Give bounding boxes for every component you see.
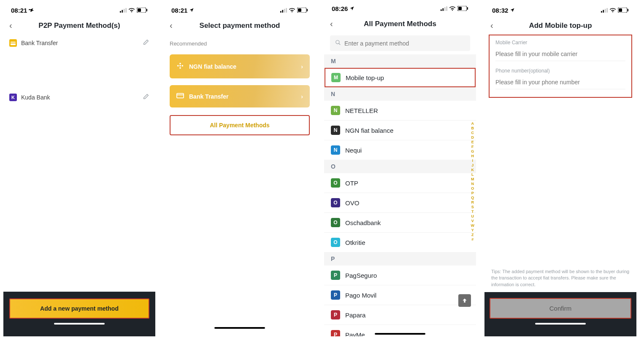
- status-time: 08:21: [11, 7, 27, 14]
- add-payment-method-button[interactable]: Add a new payment method: [9, 298, 149, 319]
- screen-select-payment: 08:21 ‹ Select payment method Recommende…: [164, 3, 316, 336]
- confirm-button[interactable]: Confirm: [490, 298, 631, 319]
- search-input[interactable]: [344, 40, 465, 47]
- svg-rect-15: [298, 8, 301, 12]
- svg-rect-33: [619, 8, 622, 12]
- index-letter[interactable]: I: [471, 158, 475, 163]
- svg-rect-6: [138, 8, 141, 12]
- payment-method-row[interactable]: K Kuda Bank: [3, 89, 155, 105]
- scroll-top-button[interactable]: [458, 294, 471, 307]
- section-header-N: N: [324, 87, 476, 101]
- index-letter[interactable]: Z: [471, 233, 475, 237]
- list-item[interactable]: MMobile top-up: [325, 68, 476, 87]
- header: ‹ Add Mobile top-up: [484, 16, 636, 35]
- field-group: Mobile Carrier: [490, 37, 631, 65]
- payment-method-icon: N: [331, 145, 340, 155]
- location-icon: [29, 7, 34, 14]
- svg-rect-24: [458, 7, 462, 10]
- section-header-O: O: [324, 160, 476, 173]
- spacer: [3, 105, 155, 292]
- index-letter[interactable]: K: [471, 168, 475, 172]
- page-title: All Payment Methods: [324, 20, 476, 28]
- section-header-M: M: [324, 54, 476, 68]
- chevron-right-icon: ›: [301, 93, 303, 100]
- svg-rect-11: [284, 9, 285, 13]
- svg-rect-14: [307, 9, 308, 11]
- svg-rect-29: [605, 9, 606, 13]
- list-item[interactable]: PPago Movil: [324, 285, 476, 305]
- list-item-label: PayMe: [345, 331, 365, 337]
- list-item-label: Oschadbank: [345, 219, 381, 226]
- list-item[interactable]: NNequi: [324, 140, 476, 160]
- index-letter[interactable]: E: [471, 140, 475, 145]
- list-item[interactable]: OOtkritie: [324, 232, 476, 252]
- page-title: P2P Payment Method(s): [3, 21, 155, 30]
- index-letter[interactable]: D: [471, 135, 475, 140]
- alphabet-index[interactable]: ABCDEFGHIJKLMNOPQRSTUVWYZ#: [471, 121, 475, 242]
- back-icon[interactable]: ‹: [490, 21, 501, 30]
- index-letter[interactable]: T: [471, 209, 475, 214]
- list-item[interactable]: PPapara: [324, 305, 476, 325]
- section-header-P: P: [324, 252, 476, 266]
- index-letter[interactable]: S: [471, 205, 475, 209]
- mobile-carrier-input[interactable]: [495, 47, 625, 61]
- index-letter[interactable]: P: [471, 191, 475, 196]
- svg-rect-1: [122, 10, 123, 13]
- index-letter[interactable]: U: [471, 214, 475, 219]
- signal-icon: [601, 7, 608, 14]
- back-icon[interactable]: ‹: [330, 19, 340, 29]
- index-letter[interactable]: C: [471, 131, 475, 135]
- index-letter[interactable]: A: [471, 121, 475, 126]
- list-item[interactable]: OOVO: [324, 193, 476, 212]
- index-letter[interactable]: L: [471, 172, 475, 177]
- status-time: 08:21: [171, 7, 187, 14]
- status-bar: 08:21: [164, 3, 316, 16]
- list-item[interactable]: OOschadbank: [324, 212, 476, 232]
- index-letter[interactable]: W: [471, 223, 475, 228]
- svg-rect-27: [601, 11, 602, 13]
- spacer: [3, 51, 155, 89]
- ngn-fiat-balance-card[interactable]: NGN fiat balance ›: [170, 54, 310, 78]
- home-indicator: [535, 323, 586, 325]
- header: ‹ All Payment Methods: [324, 15, 476, 33]
- screen-p2p-methods: 08:21 ‹ P2P Payment Method(s) Bank Trans…: [3, 3, 155, 336]
- index-letter[interactable]: O: [471, 186, 475, 191]
- list-item-label: Otkritie: [345, 239, 365, 246]
- location-icon: [189, 7, 194, 14]
- index-letter[interactable]: Q: [471, 196, 475, 200]
- payment-method-row[interactable]: Bank Transfer: [3, 35, 155, 51]
- index-letter[interactable]: B: [471, 126, 475, 131]
- index-letter[interactable]: Y: [471, 228, 475, 233]
- list-item[interactable]: NNETELLER: [324, 101, 476, 120]
- index-letter[interactable]: H: [471, 154, 475, 158]
- field-label: Mobile Carrier: [495, 40, 625, 46]
- list-item[interactable]: OOTP: [324, 173, 476, 193]
- wifi-icon: [609, 7, 616, 14]
- index-letter[interactable]: M: [471, 177, 475, 182]
- bank-card-icon: [176, 93, 184, 100]
- section-label: Recommended: [164, 35, 316, 51]
- back-icon[interactable]: ‹: [9, 21, 19, 30]
- list-item-label: Pago Movil: [345, 292, 376, 299]
- list-item[interactable]: PPagSeguro: [324, 266, 476, 285]
- search-box[interactable]: [330, 35, 470, 51]
- home-indicator: [214, 327, 265, 329]
- back-icon[interactable]: ‹: [170, 21, 180, 30]
- index-letter[interactable]: F: [471, 145, 475, 149]
- index-letter[interactable]: J: [471, 163, 475, 168]
- edit-icon[interactable]: [143, 39, 149, 47]
- index-letter[interactable]: N: [471, 182, 475, 186]
- index-letter[interactable]: V: [471, 219, 475, 223]
- bank-transfer-card[interactable]: Bank Transfer ›: [170, 85, 310, 107]
- list-item-label: Mobile top-up: [346, 74, 384, 81]
- phone-number-input[interactable]: [495, 75, 625, 89]
- index-letter[interactable]: R: [471, 200, 475, 205]
- index-letter[interactable]: #: [471, 237, 475, 242]
- spacer: [164, 140, 316, 323]
- location-icon: [510, 7, 515, 14]
- index-letter[interactable]: G: [471, 149, 475, 154]
- list-item[interactable]: NNGN fiat balance: [324, 120, 476, 140]
- svg-rect-21: [446, 6, 447, 11]
- edit-icon[interactable]: [143, 93, 149, 101]
- all-payment-methods-button[interactable]: All Payment Methods: [170, 115, 310, 135]
